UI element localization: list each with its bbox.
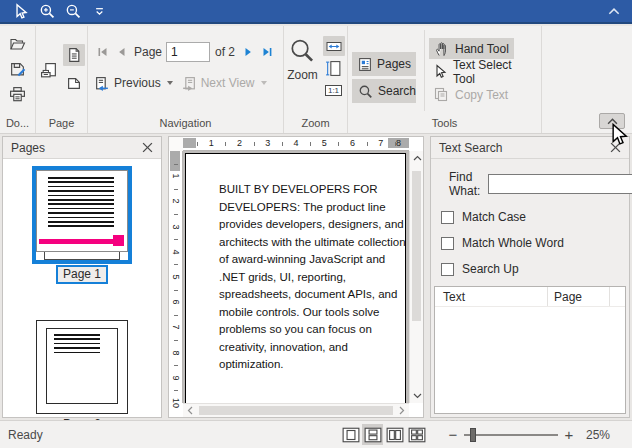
previous-page-button[interactable] — [113, 43, 130, 61]
page-setup-button[interactable] — [37, 61, 61, 81]
text-select-icon — [434, 64, 447, 79]
last-page-icon — [261, 46, 274, 58]
close-pages-panel-button[interactable] — [139, 140, 155, 156]
match-whole-word-checkbox[interactable] — [441, 237, 454, 250]
ribbon: Do... — [0, 26, 632, 134]
results-column-page[interactable]: Page — [547, 287, 609, 306]
search-icon — [358, 84, 373, 99]
scroll-right-arrow[interactable] — [395, 404, 409, 418]
search-up-option[interactable]: Search Up — [441, 262, 629, 276]
fit-page-button[interactable] — [323, 58, 345, 78]
zoom-percentage: 25% — [586, 428, 618, 442]
ruler-margin-left — [183, 138, 196, 148]
page1-thumbnail[interactable] — [32, 166, 132, 264]
fit-width-button[interactable] — [323, 36, 345, 56]
text-search-panel: Text Search Find What: Match Case Match … — [430, 136, 630, 418]
ruler-number: 5 — [171, 275, 181, 280]
search-panel-toggle[interactable]: Search — [352, 79, 416, 103]
customize-toolbar-button[interactable] — [86, 1, 112, 21]
horizontal-scrollbar[interactable] — [183, 403, 409, 417]
zoom-slider-track[interactable] — [464, 434, 558, 436]
continuous-layout-button[interactable] — [362, 424, 383, 445]
first-page-button[interactable] — [94, 43, 111, 61]
text-select-tool-button[interactable]: Text Select Tool — [429, 61, 541, 82]
zoom-in-button[interactable] — [34, 1, 60, 21]
collapse-ribbon-button[interactable] — [599, 113, 625, 129]
single-page-view-button[interactable] — [63, 44, 85, 66]
facing-layout-icon — [386, 427, 404, 443]
titlebar-collapse-button[interactable] — [600, 1, 628, 21]
ruler-margin-top — [170, 151, 180, 171]
zoom-slider-thumb[interactable] — [470, 428, 476, 442]
open-folder-icon — [9, 37, 26, 51]
previous-page-icon — [115, 46, 128, 58]
vertical-scrollbar[interactable] — [409, 151, 423, 403]
facing-continuous-layout-button[interactable] — [406, 424, 427, 445]
ribbon-group-tools: Pages Search Hand Tool — [348, 26, 542, 133]
pages-panel-toggle[interactable]: Pages — [352, 52, 416, 76]
close-icon — [142, 142, 153, 153]
group-label-navigation: Navigation — [88, 115, 283, 133]
search-results-list[interactable]: Text Page — [434, 286, 626, 414]
blank-page-button[interactable] — [63, 72, 85, 94]
save-button[interactable] — [6, 59, 30, 79]
find-what-input[interactable] — [488, 174, 632, 194]
match-case-option[interactable]: Match Case — [441, 210, 629, 224]
copy-text-button[interactable]: Copy Text — [429, 84, 513, 105]
tools-group-separator — [424, 30, 425, 111]
find-what-label: Find What: — [449, 170, 480, 198]
next-view-button[interactable]: Next View — [181, 76, 267, 91]
scroll-down-arrow[interactable] — [410, 389, 424, 403]
search-results-header: Text Page — [435, 287, 625, 307]
zoom-in-control[interactable]: + — [562, 426, 576, 443]
next-page-button[interactable] — [240, 43, 257, 61]
continuous-layout-icon — [364, 427, 382, 443]
page2-thumbnail[interactable] — [36, 320, 128, 414]
zoom-in-icon — [39, 3, 56, 20]
thumbnail-text-lines — [48, 177, 114, 229]
zoom-slider[interactable] — [464, 428, 558, 442]
zoom-out-control[interactable]: − — [446, 426, 460, 443]
results-column-text[interactable]: Text — [435, 290, 547, 304]
facing-layout-button[interactable] — [384, 424, 405, 445]
hand-tool-button[interactable]: Hand Tool — [429, 38, 514, 59]
zoom-out-icon — [65, 3, 82, 20]
search-up-checkbox[interactable] — [441, 263, 454, 276]
select-cursor-button[interactable] — [8, 1, 34, 21]
ruler-number: 6 — [171, 300, 181, 305]
chevron-down-icon — [167, 81, 173, 85]
blank-page-icon — [67, 77, 81, 90]
page-number-input[interactable] — [166, 42, 210, 62]
scroll-up-arrow[interactable] — [410, 151, 424, 165]
hand-tool-label: Hand Tool — [455, 42, 509, 56]
previous-view-icon — [94, 76, 110, 91]
print-button[interactable] — [6, 84, 30, 104]
ruler-number: 7 — [171, 325, 181, 330]
vertical-scrollbar-thumb[interactable] — [412, 171, 421, 321]
zoom-button[interactable]: Zoom — [284, 26, 321, 115]
page1-thumbnail-label[interactable]: Page 1 — [56, 265, 108, 284]
ribbon-group-navigation: Page of 2 — [88, 26, 284, 133]
close-search-panel-button[interactable] — [607, 140, 623, 156]
zoom-out-button[interactable] — [60, 1, 86, 21]
search-toggle-label: Search — [378, 84, 416, 98]
pages-panel-title: Pages — [11, 141, 45, 155]
single-page-layout-icon — [342, 427, 360, 443]
actual-size-button[interactable]: 1:1 — [323, 80, 345, 100]
last-page-button[interactable] — [259, 43, 276, 61]
match-whole-word-option[interactable]: Match Whole Word — [441, 236, 629, 250]
page-number-label: Page — [134, 45, 162, 59]
scroll-left-arrow[interactable] — [183, 404, 197, 418]
match-case-checkbox[interactable] — [441, 211, 454, 224]
single-page-layout-button[interactable] — [340, 424, 361, 445]
open-button[interactable] — [6, 34, 30, 54]
ruler-number: 6 — [350, 138, 355, 148]
horizontal-scrollbar-thumb[interactable] — [199, 406, 393, 415]
chevron-up-icon — [608, 8, 620, 15]
group-label-document: Do... — [0, 115, 35, 133]
chevron-down-icon — [261, 81, 267, 85]
ruler-number: 10 — [171, 398, 181, 408]
previous-view-button[interactable]: Previous — [94, 76, 173, 91]
save-icon — [9, 61, 26, 77]
document-viewport[interactable]: BUILT BY DEVELOPERS FOR DEVELOPERS: The … — [183, 151, 409, 403]
